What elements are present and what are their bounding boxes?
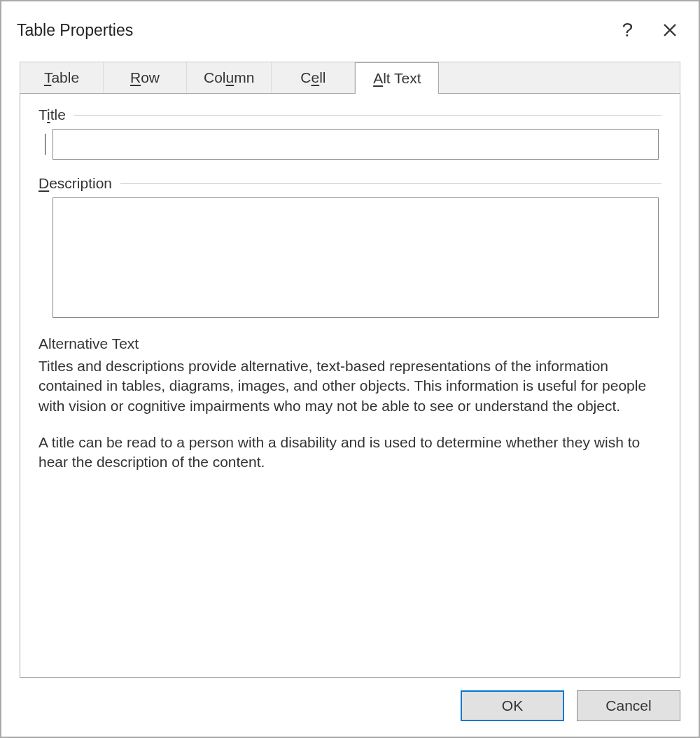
help-icon[interactable]: ? — [622, 20, 633, 40]
tab-table[interactable]: Table — [20, 62, 104, 93]
dialog-footer: OK Cancel — [1, 678, 699, 737]
description-group-header: Description — [38, 175, 662, 192]
title-group-header: Title — [38, 106, 662, 123]
alt-text-paragraph-2: A title can be read to a person with a d… — [38, 433, 662, 473]
tab-cell[interactable]: Cell — [272, 62, 355, 93]
description-field-wrap — [38, 197, 662, 321]
tab-column[interactable]: Column — [187, 62, 272, 93]
titlebar: Table Properties ? — [1, 1, 699, 55]
tabstrip: Table Row Column Cell Alt Text — [20, 62, 680, 94]
title-label: Title — [38, 106, 66, 123]
cancel-button[interactable]: Cancel — [577, 690, 680, 721]
title-input[interactable] — [52, 129, 659, 160]
title-field-wrap — [38, 129, 662, 160]
title-caret — [45, 134, 46, 155]
tabpanel-alt-text: Title Description Alternative Text Title… — [20, 94, 680, 678]
description-textarea[interactable] — [52, 197, 659, 318]
alt-text-paragraph-1: Titles and descriptions provide alternat… — [38, 356, 662, 416]
tabstrip-wrap: Table Row Column Cell Alt Text — [20, 62, 680, 94]
description-label: Description — [38, 175, 112, 192]
description-rule — [120, 183, 662, 184]
tab-alt-text[interactable]: Alt Text — [355, 62, 439, 94]
titlebar-controls: ? — [622, 20, 686, 40]
tab-row[interactable]: Row — [104, 62, 187, 93]
alt-text-heading: Alternative Text — [38, 335, 662, 352]
close-icon[interactable] — [661, 21, 679, 39]
table-properties-dialog: Table Properties ? Table Row Colu — [0, 0, 700, 738]
dialog-client: Table Row Column Cell Alt Text — [1, 55, 699, 678]
dialog-title: Table Properties — [17, 21, 133, 40]
ok-button[interactable]: OK — [461, 690, 564, 721]
title-rule — [74, 115, 662, 116]
